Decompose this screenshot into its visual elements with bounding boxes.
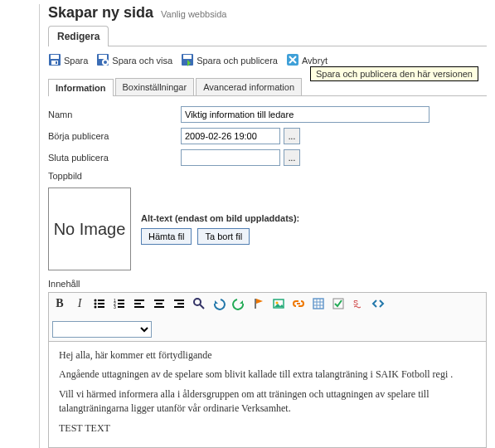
save-show-button[interactable]: Spara och visa bbox=[96, 53, 172, 68]
editor-content[interactable]: Hej alla, här kommer ett förtydligande A… bbox=[48, 341, 487, 448]
flag-icon[interactable] bbox=[251, 296, 266, 311]
disk-publish-icon bbox=[181, 53, 194, 68]
editor-p4: TEST TEXT bbox=[59, 421, 476, 436]
align-center-icon[interactable] bbox=[152, 296, 167, 311]
start-publish-input[interactable] bbox=[181, 128, 280, 144]
align-right-icon[interactable] bbox=[172, 296, 187, 311]
label-name: Namn bbox=[48, 110, 181, 119]
editor-p1: Hej alla, här kommer ett förtydligande bbox=[59, 348, 476, 363]
disk-icon bbox=[48, 53, 61, 68]
label-end-publish: Sluta publicera bbox=[48, 153, 181, 163]
find-icon[interactable] bbox=[192, 296, 206, 311]
italic-icon[interactable]: I bbox=[72, 296, 87, 311]
svg-text:3: 3 bbox=[114, 304, 116, 309]
disk-eye-icon bbox=[96, 53, 109, 68]
name-input[interactable] bbox=[181, 106, 429, 123]
svg-rect-31 bbox=[174, 306, 184, 308]
svg-rect-18 bbox=[118, 299, 124, 301]
end-publish-input[interactable] bbox=[181, 149, 280, 166]
svg-rect-25 bbox=[134, 306, 144, 308]
link-icon[interactable] bbox=[291, 296, 306, 311]
svg-rect-1 bbox=[51, 55, 59, 59]
label-alt-text: Alt-text (endast om bild uppladdats): bbox=[141, 213, 299, 223]
svg-line-33 bbox=[200, 304, 204, 309]
svg-rect-26 bbox=[154, 299, 164, 301]
editor-p2: Angående uttagningen av de spelare som b… bbox=[59, 368, 476, 382]
svg-point-32 bbox=[194, 299, 201, 305]
svg-rect-3 bbox=[56, 61, 57, 64]
check-icon[interactable] bbox=[331, 296, 346, 311]
svg-rect-34 bbox=[255, 299, 256, 309]
no-image-placeholder: No Image bbox=[48, 187, 131, 270]
cancel-icon bbox=[286, 53, 299, 68]
page-subtitle: Vanlig webbsida bbox=[161, 9, 226, 19]
svg-rect-27 bbox=[156, 303, 163, 304]
get-file-button[interactable]: Hämta fil bbox=[141, 228, 192, 245]
svg-rect-16 bbox=[98, 306, 104, 308]
start-publish-picker[interactable]: ... bbox=[284, 128, 300, 144]
svg-rect-5 bbox=[99, 55, 107, 59]
svg-rect-24 bbox=[134, 303, 141, 304]
editor-toolbar: B I 123 S bbox=[48, 292, 487, 341]
redo-icon[interactable] bbox=[231, 296, 246, 311]
svg-rect-9 bbox=[183, 55, 192, 59]
end-publish-picker[interactable]: ... bbox=[284, 149, 300, 166]
tab-boxinstallningar[interactable]: Boxinställningar bbox=[115, 78, 195, 95]
label-content: Innehåll bbox=[48, 279, 487, 289]
main-tabs: Redigera bbox=[48, 25, 487, 46]
svg-point-11 bbox=[95, 299, 97, 302]
tooltip: Spara och publicera den här versionen bbox=[310, 66, 478, 81]
svg-rect-37 bbox=[313, 299, 323, 309]
tab-redigera[interactable]: Redigera bbox=[48, 26, 109, 46]
svg-rect-23 bbox=[134, 299, 144, 301]
numbered-list-icon[interactable]: 123 bbox=[112, 296, 127, 311]
svg-rect-29 bbox=[174, 299, 184, 301]
svg-rect-22 bbox=[118, 306, 124, 308]
bold-icon[interactable]: B bbox=[52, 296, 67, 311]
svg-rect-30 bbox=[177, 303, 184, 304]
svg-rect-28 bbox=[154, 306, 164, 308]
save-publish-button[interactable]: Spara och publicera bbox=[181, 53, 278, 68]
save-button[interactable]: Spara bbox=[48, 53, 88, 68]
left-gutter bbox=[0, 4, 40, 448]
svg-rect-12 bbox=[98, 299, 104, 301]
svg-text:S: S bbox=[353, 299, 358, 307]
format-select[interactable] bbox=[52, 321, 152, 338]
svg-rect-14 bbox=[98, 303, 104, 304]
tab-avancerad[interactable]: Avancerad information bbox=[196, 78, 302, 95]
remove-file-button[interactable]: Ta bort fil bbox=[197, 228, 250, 245]
code-icon[interactable] bbox=[371, 296, 386, 311]
svg-point-7 bbox=[104, 61, 107, 64]
image-icon[interactable] bbox=[271, 296, 286, 311]
page-title: Skapar ny sida Vanlig webbsida bbox=[48, 4, 487, 22]
label-topimage: Toppbild bbox=[48, 171, 181, 181]
spellcheck-icon[interactable]: S bbox=[351, 296, 366, 311]
bullet-list-icon[interactable] bbox=[92, 296, 107, 311]
align-left-icon[interactable] bbox=[132, 296, 147, 311]
table-icon[interactable] bbox=[311, 296, 326, 311]
editor-p3: Vill vi härmed informera alla i åldersgr… bbox=[59, 387, 476, 416]
sub-tabs: Information Boxinställningar Avancerad i… bbox=[48, 78, 487, 96]
svg-rect-20 bbox=[118, 303, 124, 304]
svg-point-15 bbox=[95, 306, 97, 309]
tab-information[interactable]: Information bbox=[48, 79, 114, 96]
svg-point-13 bbox=[95, 303, 97, 305]
label-start-publish: Börja publicera bbox=[48, 131, 181, 141]
undo-icon[interactable] bbox=[211, 296, 226, 311]
